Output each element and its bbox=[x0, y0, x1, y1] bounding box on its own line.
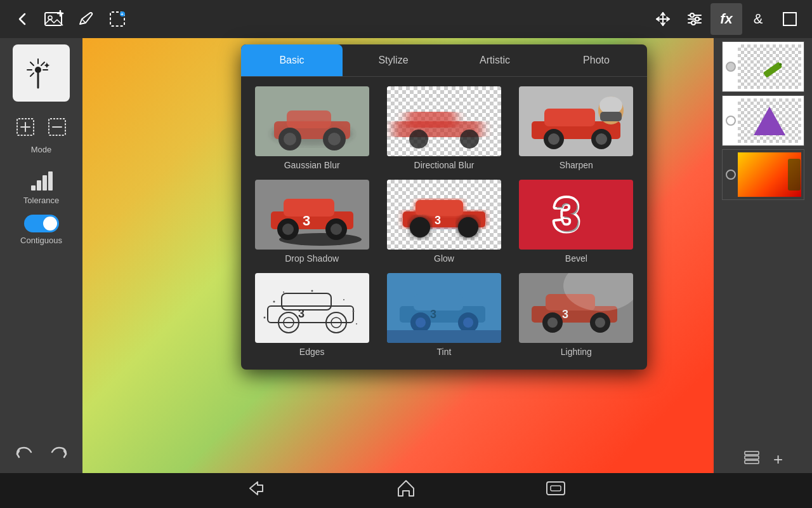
tab-photo[interactable]: Photo bbox=[546, 44, 647, 76]
add-image-button[interactable] bbox=[38, 3, 70, 35]
svg-point-80 bbox=[410, 217, 430, 237]
contiguous-toggle[interactable] bbox=[24, 215, 59, 232]
gaussian-blur-label: Gaussian Blur bbox=[284, 160, 340, 170]
svg-rect-89 bbox=[255, 273, 369, 343]
svg-point-110 bbox=[463, 318, 473, 328]
svg-rect-33 bbox=[745, 456, 759, 459]
svg-point-69 bbox=[282, 224, 294, 235]
directional-blur-label: Directional Blur bbox=[414, 160, 475, 170]
mode-section: Mode bbox=[13, 114, 70, 154]
layer-1-content bbox=[738, 44, 801, 89]
contiguous-label: Contiguous bbox=[20, 236, 62, 245]
svg-point-51 bbox=[409, 130, 428, 149]
draw-button[interactable] bbox=[70, 3, 102, 35]
svg-point-102 bbox=[263, 317, 265, 319]
redo-button[interactable] bbox=[46, 441, 72, 467]
edges-thumb: 3 bbox=[255, 273, 369, 343]
svg-rect-13 bbox=[783, 13, 796, 25]
gaussian-blur-thumb bbox=[255, 86, 369, 156]
right-sidebar: + bbox=[714, 38, 812, 473]
sliders-button[interactable] bbox=[679, 3, 710, 35]
back-button[interactable] bbox=[6, 3, 38, 35]
svg-point-70 bbox=[331, 224, 342, 235]
svg-text:3: 3 bbox=[430, 308, 436, 321]
directional-blur-thumb bbox=[387, 86, 501, 156]
bottom-nav bbox=[0, 473, 812, 508]
svg-rect-106 bbox=[414, 294, 463, 311]
svg-point-10 bbox=[690, 13, 694, 17]
nav-recent-button[interactable] bbox=[544, 477, 567, 504]
bevel-thumb: 3 3 3 3 3 bbox=[519, 180, 633, 250]
effect-lighting[interactable]: 3 Lighting bbox=[515, 273, 638, 357]
effects-grid: Gaussian Blur bbox=[241, 86, 647, 357]
lighting-label: Lighting bbox=[561, 347, 592, 357]
add-layer-button[interactable]: + bbox=[773, 450, 783, 469]
layer-1-radio[interactable] bbox=[726, 62, 736, 72]
effect-sharpen[interactable]: Sharpen bbox=[515, 86, 638, 170]
svg-text:✦: ✦ bbox=[43, 60, 51, 70]
lighting-thumb: 3 bbox=[519, 273, 633, 343]
svg-rect-43 bbox=[255, 86, 369, 156]
move-button[interactable] bbox=[647, 3, 679, 35]
effect-edges[interactable]: 3 Edges bbox=[251, 273, 373, 357]
nav-home-button[interactable] bbox=[395, 477, 417, 504]
svg-point-52 bbox=[460, 130, 479, 149]
fx-button[interactable]: fx bbox=[710, 3, 742, 35]
layers-icon[interactable] bbox=[743, 448, 761, 470]
tint-thumb: 3 bbox=[387, 273, 501, 343]
layer-2-radio[interactable] bbox=[726, 116, 736, 126]
top-toolbar: + fx & bbox=[0, 0, 812, 38]
svg-point-118 bbox=[547, 318, 558, 328]
effect-tint[interactable]: 3 Tint bbox=[383, 273, 505, 357]
contiguous-section: Contiguous bbox=[20, 215, 62, 245]
svg-rect-62 bbox=[600, 112, 622, 121]
tab-stylize[interactable]: Stylize bbox=[343, 44, 444, 76]
svg-point-100 bbox=[352, 311, 354, 312]
sharpen-thumb bbox=[519, 86, 633, 156]
bevel-label: Bevel bbox=[565, 253, 587, 264]
svg-text:+: + bbox=[121, 11, 124, 17]
glow-thumb: 3 bbox=[387, 180, 501, 250]
svg-text:3: 3 bbox=[298, 307, 304, 320]
layer-3-thumbnail[interactable] bbox=[722, 149, 804, 200]
svg-point-109 bbox=[416, 318, 426, 328]
svg-rect-0 bbox=[45, 13, 62, 25]
effect-bevel[interactable]: 3 3 3 3 3 Bevel bbox=[515, 180, 638, 264]
selection-button[interactable]: + bbox=[102, 3, 133, 35]
svg-text:3: 3 bbox=[554, 189, 579, 240]
left-sidebar: ✦ Mode bbox=[0, 38, 82, 473]
undo-button[interactable] bbox=[11, 441, 37, 467]
effect-directional-blur[interactable]: Directional Blur bbox=[383, 86, 505, 170]
magic-wand-button[interactable]: ✦ bbox=[13, 44, 70, 102]
svg-point-97 bbox=[283, 291, 284, 293]
svg-point-12 bbox=[691, 21, 695, 25]
svg-line-21 bbox=[30, 73, 34, 76]
svg-rect-29 bbox=[37, 180, 41, 190]
layers-bottom: + bbox=[743, 448, 783, 470]
crop-button[interactable] bbox=[774, 3, 806, 35]
svg-point-11 bbox=[695, 17, 699, 21]
svg-point-59 bbox=[596, 133, 607, 145]
mode-subtract-button[interactable] bbox=[44, 114, 70, 140]
svg-text:3: 3 bbox=[303, 213, 310, 229]
layer-2-thumbnail[interactable] bbox=[722, 95, 804, 146]
svg-rect-123 bbox=[551, 486, 561, 491]
svg-point-98 bbox=[311, 290, 313, 292]
svg-rect-30 bbox=[43, 175, 47, 190]
svg-rect-31 bbox=[48, 171, 53, 190]
layer-3-content bbox=[738, 152, 801, 197]
layer-1-thumbnail[interactable] bbox=[722, 41, 804, 92]
svg-rect-28 bbox=[31, 185, 36, 190]
effect-glow[interactable]: 3 Glow bbox=[383, 180, 505, 264]
mode-add-button[interactable] bbox=[13, 114, 38, 140]
tab-artistic[interactable]: Artistic bbox=[444, 44, 546, 76]
svg-point-61 bbox=[599, 97, 622, 114]
tab-basic[interactable]: Basic bbox=[241, 44, 343, 76]
svg-rect-55 bbox=[544, 109, 595, 126]
effect-gaussian-blur[interactable]: Gaussian Blur bbox=[251, 86, 373, 170]
effect-drop-shadow[interactable]: 3 Drop Shadow bbox=[251, 180, 373, 264]
svg-line-19 bbox=[30, 62, 34, 65]
nav-back-button[interactable] bbox=[245, 477, 268, 504]
layer-3-radio[interactable] bbox=[726, 170, 736, 180]
combine-button[interactable]: & bbox=[742, 3, 774, 35]
